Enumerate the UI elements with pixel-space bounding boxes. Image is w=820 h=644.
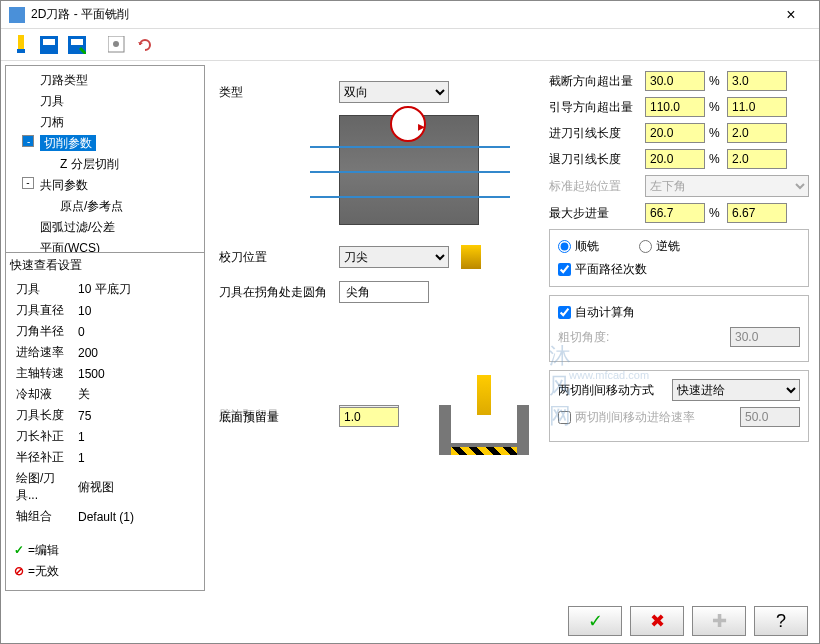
comp-label: 校刀位置 <box>219 249 339 266</box>
tree-node[interactable]: 刀柄 <box>10 112 200 133</box>
app-icon <box>9 7 25 23</box>
tree-node[interactable]: 圆弧过滤/公差 <box>10 217 200 238</box>
start-select: 左下角 <box>645 175 809 197</box>
lead-pct-input[interactable] <box>645 97 705 117</box>
corner-label: 刀具在拐角处走圆角 <box>219 284 339 301</box>
tree-node[interactable]: Z 分层切削 <box>10 154 200 175</box>
tree-node[interactable]: 刀路类型 <box>10 70 200 91</box>
quickview-row: 半径补正1 <box>12 448 206 467</box>
tool-icon[interactable] <box>9 33 33 57</box>
options-icon[interactable] <box>105 33 129 57</box>
svg-rect-0 <box>18 35 24 49</box>
ok-button[interactable]: ✓ <box>568 606 622 636</box>
across-val-input[interactable] <box>727 71 787 91</box>
tree-node[interactable]: -共同参数 <box>10 175 200 196</box>
tree-node[interactable]: -切削参数 <box>10 133 200 154</box>
flat-passes-check[interactable]: 平面路径次数 <box>558 261 800 278</box>
climb-radio[interactable]: 顺铣 <box>558 238 599 255</box>
svg-rect-1 <box>17 49 25 53</box>
exit-val-input[interactable] <box>727 149 787 169</box>
entry-val-input[interactable] <box>727 123 787 143</box>
roughang-label: 粗切角度: <box>558 329 650 346</box>
lead-val-input[interactable] <box>727 97 787 117</box>
tree-node[interactable]: 原点/参考点 <box>10 196 200 217</box>
stock-preview <box>439 375 539 455</box>
quickview-row: 刀角半径0 <box>12 322 206 341</box>
between-select[interactable]: 快速进给 <box>672 379 800 401</box>
lead-label: 引导方向超出量 <box>549 99 641 116</box>
cancel-button[interactable]: ✖ <box>630 606 684 636</box>
tree-node[interactable]: 平面(WCS) <box>10 238 200 252</box>
legend-edit: ✓=编辑 <box>14 540 196 561</box>
quickview-row: 刀具直径10 <box>12 301 206 320</box>
auto-angle-check[interactable]: 自动计算角 <box>558 304 800 321</box>
quickview-row: 进给速率200 <box>12 343 206 362</box>
toolpath-preview: ▸ <box>339 115 479 225</box>
svg-rect-5 <box>71 39 83 45</box>
type-label: 类型 <box>219 84 339 101</box>
quickview-row: 轴组合Default (1) <box>12 507 206 526</box>
quickview-row: 刀具长度75 <box>12 406 206 425</box>
start-label: 标准起始位置 <box>549 178 641 195</box>
svg-rect-3 <box>43 39 55 45</box>
step-label: 最大步进量 <box>549 205 641 222</box>
corner-value[interactable]: 尖角 <box>339 281 429 303</box>
exit-pct-input[interactable] <box>645 149 705 169</box>
quickview-row: 主轴转速1500 <box>12 364 206 383</box>
betweenfeed-input <box>740 407 800 427</box>
tool-tip-icon <box>461 245 481 269</box>
parameter-tree[interactable]: 刀路类型刀具刀柄-切削参数Z 分层切削-共同参数原点/参考点圆弧过滤/公差平面(… <box>6 66 204 252</box>
across-pct-input[interactable] <box>645 71 705 91</box>
floor-input[interactable] <box>339 407 399 427</box>
undo-icon[interactable] <box>133 33 157 57</box>
quickview-row: 冷却液关 <box>12 385 206 404</box>
floor-label: 底面预留量 <box>219 409 339 426</box>
between-label: 两切削间移动方式 <box>558 382 668 399</box>
add-button: ✚ <box>692 606 746 636</box>
across-label: 截断方向超出量 <box>549 73 641 90</box>
step-pct-input[interactable] <box>645 203 705 223</box>
tree-node[interactable]: 刀具 <box>10 91 200 112</box>
window-title: 2D刀路 - 平面铣削 <box>31 6 771 23</box>
comp-select[interactable]: 刀尖 <box>339 246 449 268</box>
quickview-title: 快速查看设置 <box>6 253 204 278</box>
quickview-row: 绘图/刀具...俯视图 <box>12 469 206 505</box>
legend-invalid: ⊘=无效 <box>14 561 196 582</box>
roughang-input <box>730 327 800 347</box>
save-icon[interactable] <box>37 33 61 57</box>
quickview-row: 刀长补正1 <box>12 427 206 446</box>
betweenfeed-check[interactable]: 两切削间移动进给速率 <box>558 409 695 426</box>
svg-point-7 <box>113 41 119 47</box>
entry-pct-input[interactable] <box>645 123 705 143</box>
step-val-input[interactable] <box>727 203 787 223</box>
entry-label: 进刀引线长度 <box>549 125 641 142</box>
quickview-row: 刀具10 平底刀 <box>12 280 206 299</box>
help-button[interactable]: ? <box>754 606 808 636</box>
save-as-icon[interactable] <box>65 33 89 57</box>
exit-label: 退刀引线长度 <box>549 151 641 168</box>
quickview-table: 刀具10 平底刀刀具直径10刀角半径0进给速率200主轴转速1500冷却液关刀具… <box>10 278 208 528</box>
type-select[interactable]: 双向 <box>339 81 449 103</box>
conventional-radio[interactable]: 逆铣 <box>639 238 680 255</box>
close-button[interactable]: × <box>771 6 811 24</box>
